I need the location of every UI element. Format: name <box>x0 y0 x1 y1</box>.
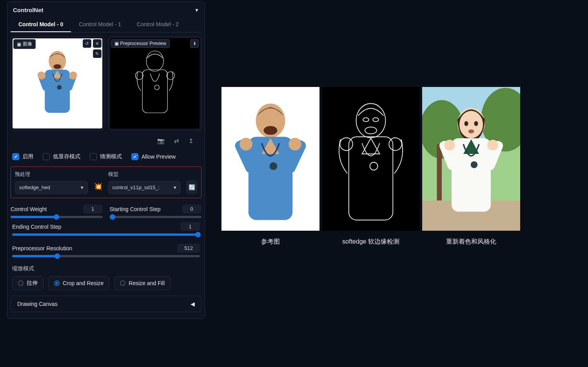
radio-crop-resize[interactable]: Crop and Resize <box>48 276 109 290</box>
preprocessor-model-section: 预处理 softedge_hed ▾ 💥 模型 control_v11p_sd1… <box>11 166 201 198</box>
svg-point-25 <box>370 162 378 170</box>
edge-detection-image <box>322 87 420 231</box>
image-tab-label: ▣ 图像 <box>13 39 36 49</box>
svg-point-24 <box>389 138 402 151</box>
drawing-canvas-toggle[interactable]: Drawing Canvas ◀ <box>11 296 201 312</box>
radio-icon <box>18 280 24 286</box>
svg-point-38 <box>474 121 478 126</box>
svg-point-14 <box>264 126 278 135</box>
download-icon[interactable]: ⬇ <box>190 39 199 48</box>
svg-point-28 <box>365 127 377 134</box>
panel-title: ControlNet <box>13 7 44 13</box>
svg-point-39 <box>468 130 474 134</box>
stylized-output-image <box>422 87 520 231</box>
preview-image-card[interactable]: ▣ Preprocessor Preview ⬇ <box>108 36 202 130</box>
undo-icon[interactable]: ↺ <box>83 39 91 48</box>
svg-rect-9 <box>142 70 167 113</box>
check-icon: ✔ <box>131 153 138 160</box>
svg-point-23 <box>340 138 353 151</box>
upload-icon[interactable]: ↥ <box>189 137 194 145</box>
refresh-model-icon[interactable]: 🔄 <box>186 181 197 194</box>
preprocessor-label: 预处理 <box>15 171 88 178</box>
svg-point-5 <box>38 72 45 80</box>
slider-label: Preprocessor Resolution <box>12 245 72 251</box>
scale-mode-label: 缩放模式 <box>11 263 201 276</box>
svg-rect-33 <box>437 144 442 203</box>
check-icon <box>90 153 97 160</box>
guess-mode-checkbox[interactable]: 猜测模式 <box>90 153 122 160</box>
svg-point-11 <box>167 72 174 80</box>
enable-checkbox[interactable]: ✔ 启用 <box>12 153 33 160</box>
reference-image <box>221 87 319 231</box>
caption-edge: softedge 软边缘检测 <box>322 238 420 246</box>
chevron-down-icon: ▾ <box>81 184 83 190</box>
edge-outline-placeholder <box>110 38 200 128</box>
edge-outline-placeholder <box>322 87 420 231</box>
radio-resize-fill[interactable]: Resize and Fill <box>114 276 171 290</box>
radio-stretch[interactable]: 拉伸 <box>12 276 44 290</box>
lowvram-checkbox[interactable]: 低显存模式 <box>43 153 80 160</box>
tab-control-model-1[interactable]: Control Model - 1 <box>71 17 129 32</box>
check-icon: ✔ <box>12 153 19 160</box>
controlnet-panel: ControlNet ▼ Control Model - 0 Control M… <box>7 2 205 319</box>
preview-tab-label: ▣ Preprocessor Preview <box>111 39 170 48</box>
slider-label: Starting Control Step <box>110 206 161 212</box>
model-dropdown[interactable]: control_v11p_sd15_: ▾ <box>108 181 181 194</box>
radio-icon <box>54 280 60 286</box>
collapse-icon[interactable]: ▼ <box>194 7 199 13</box>
edit-icon[interactable]: ✎ <box>93 49 102 58</box>
ending-step-slider[interactable]: Ending Control Step 1 <box>11 220 201 236</box>
svg-point-20 <box>270 162 278 170</box>
resolution-slider[interactable]: Preprocessor Resolution 512 <box>11 241 201 257</box>
starting-step-slider[interactable]: Starting Control Step 0 <box>110 202 202 218</box>
svg-point-44 <box>487 140 498 151</box>
close-icon[interactable]: ✕ <box>93 39 102 48</box>
check-icon <box>43 153 50 160</box>
slider-label: Ending Control Step <box>12 224 61 230</box>
svg-point-18 <box>240 138 252 151</box>
preview-image[interactable] <box>110 38 200 128</box>
model-label: 模型 <box>108 171 181 178</box>
panel-header[interactable]: ControlNet ▼ <box>11 4 201 17</box>
nurse-photo-placeholder <box>221 87 319 231</box>
radio-icon <box>120 280 125 286</box>
webcam-icon[interactable]: 📷 <box>157 137 165 145</box>
model-tabs: Control Model - 0 Control Model - 1 Cont… <box>11 17 201 33</box>
svg-point-45 <box>471 161 478 168</box>
tab-control-model-2[interactable]: Control Model - 2 <box>129 17 187 32</box>
svg-point-26 <box>363 118 369 122</box>
explosion-run-icon[interactable]: 💥 <box>93 182 103 194</box>
slider-label: Control Weight <box>11 206 47 212</box>
swap-icon[interactable]: ⇄ <box>174 137 179 145</box>
svg-point-36 <box>459 111 483 138</box>
caption-reference: 参考图 <box>221 238 319 246</box>
comparison-row: 参考图 s <box>221 87 520 246</box>
svg-point-12 <box>154 85 159 90</box>
caption-style: 重新着色和风格化 <box>422 238 520 246</box>
triangle-left-icon: ◀ <box>191 301 195 307</box>
allow-preview-checkbox[interactable]: ✔ Allow Preview <box>131 153 176 160</box>
preprocessor-dropdown[interactable]: softedge_hed ▾ <box>15 181 88 194</box>
svg-point-10 <box>135 72 143 80</box>
tab-control-model-0[interactable]: Control Model - 0 <box>11 17 71 32</box>
anime-nurse-placeholder <box>422 87 520 231</box>
image-icon: ▣ <box>17 42 21 47</box>
svg-point-1 <box>53 64 61 69</box>
control-weight-slider[interactable]: Control Weight 1 <box>11 202 103 218</box>
svg-point-7 <box>57 85 62 90</box>
svg-rect-22 <box>349 137 393 220</box>
image-action-row: 📷 ⇄ ↥ <box>11 134 201 150</box>
svg-point-6 <box>69 72 77 80</box>
svg-point-37 <box>465 121 468 126</box>
svg-point-19 <box>289 138 301 151</box>
chevron-down-icon: ▾ <box>174 184 176 190</box>
input-image-card[interactable]: ▣ 图像 ↺ ✕ ✎ <box>11 36 104 130</box>
svg-point-27 <box>373 118 379 122</box>
svg-point-43 <box>444 140 455 151</box>
image-icon: ▣ <box>114 41 119 46</box>
